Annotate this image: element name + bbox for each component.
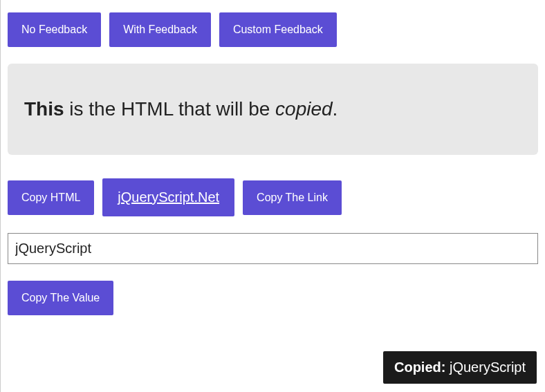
value-input[interactable] <box>8 233 538 264</box>
toast-value: jQueryScript <box>450 360 526 375</box>
html-preview-text: This is the HTML that will be copied. <box>24 98 521 120</box>
input-row <box>8 233 538 264</box>
toast-label: Copied: <box>394 360 445 375</box>
preview-strong: This <box>24 98 64 120</box>
jqueryscript-link[interactable]: jQueryScript.Net <box>102 178 234 216</box>
copied-toast: Copied: jQueryScript <box>383 351 537 384</box>
bottom-button-row: Copy The Value <box>8 281 538 315</box>
preview-middle: is the HTML that will be <box>64 98 276 120</box>
with-feedback-button[interactable]: With Feedback <box>109 12 211 47</box>
preview-end: . <box>333 98 338 120</box>
top-button-row: No Feedback With Feedback Custom Feedbac… <box>8 12 538 47</box>
html-preview-box: This is the HTML that will be copied. <box>8 64 538 155</box>
mid-button-row: Copy HTML jQueryScript.Net Copy The Link <box>8 178 538 216</box>
no-feedback-button[interactable]: No Feedback <box>8 12 101 47</box>
custom-feedback-button[interactable]: Custom Feedback <box>219 12 337 47</box>
copy-html-button[interactable]: Copy HTML <box>8 180 94 215</box>
copy-link-button[interactable]: Copy The Link <box>243 180 342 215</box>
copy-value-button[interactable]: Copy The Value <box>8 281 113 315</box>
preview-em: copied <box>275 98 333 120</box>
